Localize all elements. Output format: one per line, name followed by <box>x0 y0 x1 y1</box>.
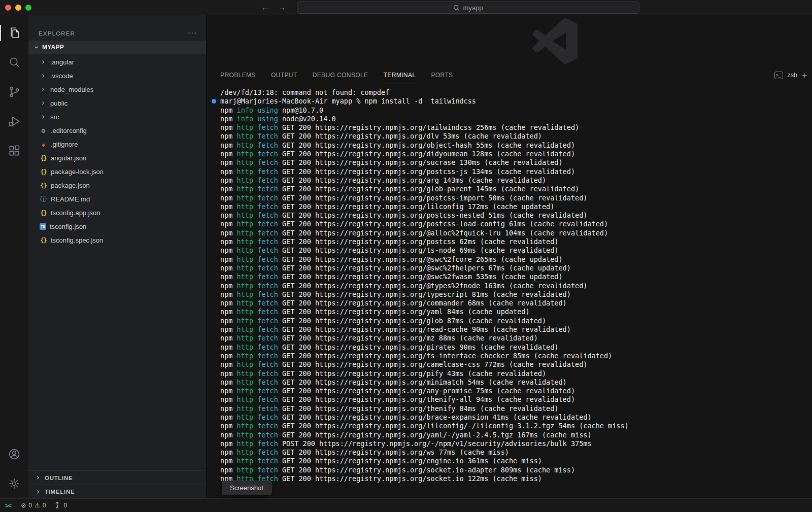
json-file-icon <box>40 182 47 189</box>
back-button[interactable]: ← <box>261 3 269 12</box>
source-control-icon <box>8 85 21 98</box>
chevron-right-icon: › <box>40 99 47 107</box>
file-tsconfig.json[interactable]: tsconfig.json <box>28 220 206 233</box>
tooltip-text: Screenshot <box>230 484 263 492</box>
activity-bar-spacer <box>0 165 28 439</box>
title-bar: ← → myapp <box>0 0 812 15</box>
tab-debug-console[interactable]: DEBUG CONSOLE <box>313 66 368 84</box>
screenshot-tooltip: Screenshot <box>222 481 272 495</box>
error-icon: ⊘ <box>21 502 26 509</box>
terminal-line: npm http fetch GET 200 https://registry.… <box>220 290 812 299</box>
close-window-button[interactable] <box>5 5 11 11</box>
chevron-right-icon: › <box>40 58 47 66</box>
extensions-icon <box>8 144 21 157</box>
terminal-line: npm http fetch GET 200 https://registry.… <box>220 299 812 308</box>
json-file-icon <box>40 210 47 217</box>
command-center-search[interactable]: myapp <box>297 2 639 14</box>
sidebar-title: EXPLORER <box>39 30 75 37</box>
terminal-line: npm http fetch GET 200 https://registry.… <box>220 457 812 465</box>
terminal-line: marj@Marjories-MacBook-Air myapp % npm i… <box>220 97 812 106</box>
section-label: OUTLINE <box>45 475 73 481</box>
terminal-line: npm http fetch GET 200 https://registry.… <box>220 150 812 158</box>
file-README.md[interactable]: README.md <box>28 192 206 206</box>
activity-explorer-button[interactable] <box>0 18 28 48</box>
search-icon <box>453 5 460 11</box>
activity-settings-button[interactable] <box>0 469 28 498</box>
explorer-sidebar: EXPLORER ··· › MYAPP ›.angular›.vscode›n… <box>28 15 206 498</box>
activity-source-control-button[interactable] <box>0 77 28 107</box>
zoom-window-button[interactable] <box>25 5 31 11</box>
activity-accounts-button[interactable] <box>0 439 28 469</box>
terminal-line: npm http fetch GET 200 https://registry.… <box>220 167 812 176</box>
terminal-line: npm http fetch GET 200 https://registry.… <box>220 141 812 150</box>
tab-output[interactable]: OUTPUT <box>271 66 297 84</box>
run-debug-icon <box>8 115 21 128</box>
tab-ports[interactable]: PORTS <box>431 66 453 84</box>
terminal-line: npm http fetch GET 200 https://registry.… <box>220 246 812 255</box>
file-.editorconfig[interactable]: .editorconfig <box>28 124 206 138</box>
shell-label[interactable]: zsh <box>788 72 797 79</box>
terminal-line: npm http fetch GET 200 https://registry.… <box>220 387 812 395</box>
more-actions-button[interactable]: ··· <box>188 28 197 37</box>
folder-public[interactable]: ›public <box>28 96 206 110</box>
tree-item-label: .editorconfig <box>51 127 87 134</box>
folder-src[interactable]: ›src <box>28 110 206 124</box>
minimize-window-button[interactable] <box>15 5 21 11</box>
tab-terminal[interactable]: TERMINAL <box>384 66 416 84</box>
terminal-line: npm http fetch GET 200 https://registry.… <box>220 220 812 228</box>
terminal-line: npm http fetch GET 200 https://registry.… <box>220 211 812 220</box>
ts-file-icon <box>40 223 46 230</box>
json-file-icon <box>40 237 47 244</box>
terminal-output[interactable]: /dev/fd/13:18: command not found: compde… <box>207 84 812 498</box>
tree-item-label: tsconfig.spec.json <box>51 236 103 244</box>
section-outline[interactable]: ›OUTLINE <box>28 471 206 485</box>
section-myapp[interactable]: › MYAPP <box>28 41 206 54</box>
json-file-icon <box>40 155 47 162</box>
terminal-line: npm http fetch GET 200 https://registry.… <box>220 282 812 290</box>
panel-tab-bar: PROBLEMSOUTPUTDEBUG CONSOLETERMINALPORTS… <box>207 66 812 84</box>
radio-tower-icon <box>54 502 61 509</box>
activity-run-debug-button[interactable] <box>0 107 28 136</box>
window-controls <box>5 5 31 11</box>
problems-status[interactable]: ⊘ 0 ⚠ 0 <box>21 502 46 509</box>
tree-item-label: tsconfig.app.json <box>51 209 100 217</box>
new-terminal-button[interactable]: + <box>802 71 807 80</box>
ports-count: 0 <box>63 502 67 509</box>
file-angular.json[interactable]: angular.json <box>28 151 206 165</box>
terminal-line: npm http fetch GET 200 https://registry.… <box>220 202 812 211</box>
command-decoration-dot[interactable] <box>212 99 216 104</box>
ports-status[interactable]: 0 <box>54 502 67 509</box>
folder-node_modules[interactable]: ›node_modules <box>28 83 206 96</box>
file-tsconfig.spec.json[interactable]: tsconfig.spec.json <box>28 233 206 247</box>
gear-icon <box>8 477 21 490</box>
folder-.vscode[interactable]: ›.vscode <box>28 69 206 83</box>
terminal-line: npm http fetch GET 200 https://registry.… <box>220 422 812 430</box>
terminal-line: npm http fetch GET 200 https://registry.… <box>220 404 812 413</box>
tree-item-label: .gitignore <box>51 141 78 148</box>
file-.gitignore[interactable]: .gitignore <box>28 138 206 151</box>
folder-.angular[interactable]: ›.angular <box>28 55 206 69</box>
tree-item-label: angular.json <box>51 154 86 162</box>
forward-button[interactable]: → <box>278 3 286 12</box>
section-timeline[interactable]: ›TIMELINE <box>28 485 206 498</box>
tree-item-label: package.json <box>51 182 90 189</box>
terminal-line: npm http fetch GET 200 https://registry.… <box>220 255 812 264</box>
remote-indicator[interactable]: >< <box>5 502 13 509</box>
terminal-line: npm http fetch GET 200 https://registry.… <box>220 308 812 316</box>
tree-item-label: public <box>50 99 67 107</box>
terminal-line: npm http fetch GET 200 https://registry.… <box>220 448 812 457</box>
terminal-line: npm http fetch GET 200 https://registry.… <box>220 264 812 272</box>
terminal-line: npm http fetch GET 200 https://registry.… <box>220 194 812 202</box>
tab-problems[interactable]: PROBLEMS <box>220 66 256 84</box>
gear-file-icon <box>40 127 47 134</box>
file-package-lock.json[interactable]: package-lock.json <box>28 165 206 179</box>
file-package.json[interactable]: package.json <box>28 179 206 192</box>
terminal-controls: >_ zsh + <box>774 71 812 80</box>
terminal-line: npm http fetch GET 200 https://registry.… <box>220 360 812 369</box>
activity-search-button[interactable] <box>0 48 28 77</box>
terminal-line: npm http fetch GET 200 https://registry.… <box>220 325 812 334</box>
file-tsconfig.app.json[interactable]: tsconfig.app.json <box>28 206 206 220</box>
activity-extensions-button[interactable] <box>0 136 28 165</box>
sidebar-header: EXPLORER ··· <box>28 15 206 41</box>
terminal-line: /dev/fd/13:18: command not found: compde… <box>220 88 812 97</box>
